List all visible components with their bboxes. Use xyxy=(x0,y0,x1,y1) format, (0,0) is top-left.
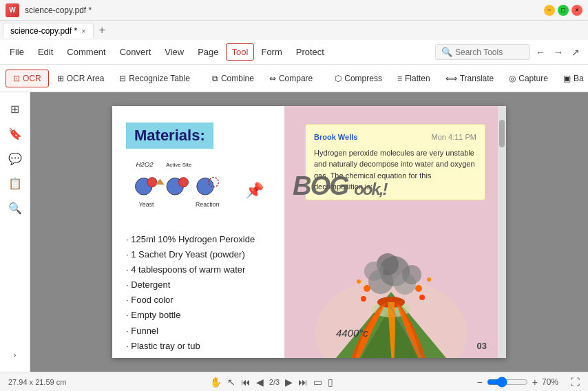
translate-button[interactable]: ⟺ Translate xyxy=(439,70,501,87)
svg-point-26 xyxy=(357,279,361,284)
compress-button[interactable]: ⬡ Compress xyxy=(328,70,389,87)
ocr-area-icon: ⊞ xyxy=(57,74,64,83)
menu-bar: File Edit Comment Convert View Page Tool… xyxy=(0,40,588,65)
external-link-button[interactable]: ↗ xyxy=(569,45,582,59)
list-item: 4 tablespoons of warm water xyxy=(126,262,271,277)
menu-file[interactable]: File xyxy=(3,43,31,61)
list-item: 1 Sachet Dry Yeast (powder) xyxy=(126,247,271,262)
capture-button[interactable]: ◎ Capture xyxy=(502,70,555,87)
list-item: Plastic tray or tub xyxy=(126,339,271,354)
nav-controls: ← → ↗ xyxy=(530,45,585,59)
materials-heading: Materials: xyxy=(126,123,213,149)
volcano-illustration xyxy=(284,182,498,358)
tab-title: science-copy.pdf * xyxy=(10,26,77,36)
svg-text:H2O2: H2O2 xyxy=(136,160,154,168)
sidebar-collapse-button[interactable]: › xyxy=(4,344,26,366)
zoom-in-button[interactable]: + xyxy=(532,377,538,388)
svg-text:Reaction: Reaction xyxy=(196,201,220,208)
svg-text:Yeast: Yeast xyxy=(139,201,154,208)
list-item: Detergent xyxy=(126,277,271,293)
menu-page[interactable]: Page xyxy=(191,43,225,61)
new-tab-button[interactable]: + xyxy=(94,21,111,39)
svg-point-25 xyxy=(419,295,425,300)
title-bar-left: W science-copy.pdf * xyxy=(6,3,92,17)
temperature-text: 4400°c xyxy=(336,327,368,339)
hand-tool-button[interactable]: ✋ xyxy=(210,377,222,388)
zoom-slider[interactable] xyxy=(487,377,528,388)
scrollbar[interactable] xyxy=(498,106,506,358)
combine-button[interactable]: ⧉ Combine xyxy=(205,70,261,87)
tab-close-button[interactable]: × xyxy=(81,27,85,35)
back-button[interactable]: ← xyxy=(533,45,548,59)
ba-button[interactable]: ▣ Ba xyxy=(556,70,588,87)
forward-button[interactable]: → xyxy=(551,45,566,59)
document-tab[interactable]: science-copy.pdf * × xyxy=(3,23,94,39)
close-button[interactable]: × xyxy=(571,5,582,16)
view-double-button[interactable]: ▯ xyxy=(328,377,333,388)
recognize-table-button[interactable]: ⊟ Recognize Table xyxy=(112,70,197,87)
page-container: Materials: 📌 H2O2 Active Site xyxy=(112,106,506,358)
page-left: Materials: 📌 H2O2 Active Site xyxy=(112,106,284,358)
prev-page-button[interactable]: ◀ xyxy=(256,377,264,388)
compare-button[interactable]: ⇔ Compare xyxy=(262,70,319,87)
ocr-button[interactable]: ⊡ OCR xyxy=(6,70,49,87)
zoom-controls: − + 70% ⛶ xyxy=(477,377,580,388)
translate-icon: ⟺ xyxy=(445,74,457,83)
svg-point-22 xyxy=(364,285,370,292)
menu-convert[interactable]: Convert xyxy=(113,43,158,61)
list-item: Empty bottle xyxy=(126,308,271,323)
svg-point-27 xyxy=(427,277,431,282)
combine-icon: ⧉ xyxy=(212,74,218,83)
svg-point-24 xyxy=(415,285,422,292)
flatten-button[interactable]: ≡ Flatten xyxy=(390,70,437,87)
page-number: 03 xyxy=(477,341,487,351)
sidebar-comments-button[interactable]: 💬 xyxy=(4,147,26,169)
annotation-author: Brook Wells xyxy=(314,131,357,143)
pointer-button[interactable]: ↖ xyxy=(227,377,235,388)
zoom-out-button[interactable]: − xyxy=(477,377,483,388)
window-controls: − □ × xyxy=(544,5,582,16)
view-single-button[interactable]: ▭ xyxy=(313,377,322,388)
list-item: 125ml 10% Hydrogen Peroxide xyxy=(126,232,271,247)
ocr-area-button[interactable]: ⊞ OCR Area xyxy=(50,70,112,87)
menu-tool[interactable]: Tool xyxy=(226,43,255,61)
search-icon: 🔍 xyxy=(441,47,452,57)
content-area[interactable]: Materials: 📌 H2O2 Active Site xyxy=(30,92,588,372)
ba-icon: ▣ xyxy=(563,74,571,83)
page-dimensions: 27.94 x 21.59 cm xyxy=(8,378,66,386)
maximize-button[interactable]: □ xyxy=(558,5,569,16)
sidebar-search-button[interactable]: 🔍 xyxy=(4,197,26,219)
menu-comment[interactable]: Comment xyxy=(60,43,112,61)
pin-icon: 📌 xyxy=(245,182,264,200)
search-bar[interactable]: 🔍 xyxy=(435,44,530,60)
menu-form[interactable]: Form xyxy=(254,43,288,61)
sidebar-attachments-button[interactable]: 📋 xyxy=(4,172,26,194)
next-page-button[interactable]: ▶ xyxy=(285,377,293,388)
minimize-button[interactable]: − xyxy=(544,5,555,16)
menu-view[interactable]: View xyxy=(158,43,191,61)
svg-point-3 xyxy=(147,178,157,187)
app-icon: W xyxy=(6,3,19,17)
menu-protect[interactable]: Protect xyxy=(289,43,331,61)
svg-text:Active Site: Active Site xyxy=(166,162,192,168)
page-right: Brook Wells Mon 4:11 PM Hydrogen peroxid… xyxy=(284,106,498,358)
list-item: Funnel xyxy=(126,324,271,339)
tab-bar: science-copy.pdf * × + xyxy=(0,21,588,40)
menu-edit[interactable]: Edit xyxy=(31,43,60,61)
status-center: ✋ ↖ ⏮ ◀ 2/3 ▶ ⏭ ▭ ▯ xyxy=(210,377,333,388)
materials-list: 125ml 10% Hydrogen Peroxide 1 Sachet Dry… xyxy=(126,232,271,358)
flatten-icon: ≡ xyxy=(397,74,402,83)
sidebar-left: ⊞ 🔖 💬 📋 🔍 › xyxy=(0,92,30,372)
current-page: 2 xyxy=(269,378,273,386)
sidebar-pages-button[interactable]: ⊞ xyxy=(4,98,26,120)
fit-page-button[interactable]: ⛶ xyxy=(570,377,580,388)
yeast-diagram: H2O2 Active Site xyxy=(133,157,229,219)
page-indicator: 2/3 xyxy=(269,378,280,386)
last-page-button[interactable]: ⏭ xyxy=(298,377,308,388)
compress-icon: ⬡ xyxy=(335,74,342,83)
search-input[interactable] xyxy=(455,47,524,57)
scrollbar-thumb[interactable] xyxy=(499,120,505,147)
svg-point-23 xyxy=(361,296,366,302)
sidebar-bookmarks-button[interactable]: 🔖 xyxy=(4,123,26,145)
first-page-button[interactable]: ⏮ xyxy=(241,377,251,388)
